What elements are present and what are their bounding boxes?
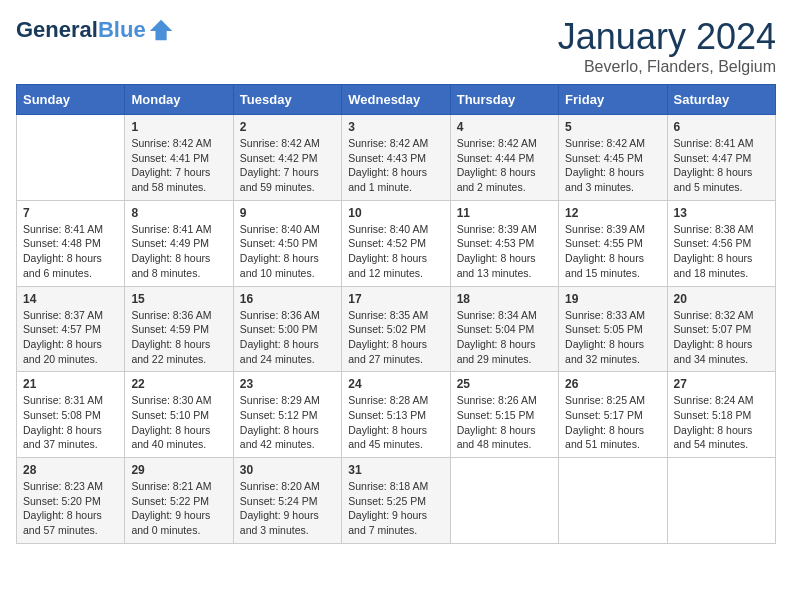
header-cell-thursday: Thursday: [450, 85, 558, 115]
day-cell: 17Sunrise: 8:35 AMSunset: 5:02 PMDayligh…: [342, 286, 450, 372]
day-number: 27: [674, 377, 769, 391]
day-cell: 23Sunrise: 8:29 AMSunset: 5:12 PMDayligh…: [233, 372, 341, 458]
day-info: Sunrise: 8:18 AMSunset: 5:25 PMDaylight:…: [348, 479, 443, 538]
day-cell: 25Sunrise: 8:26 AMSunset: 5:15 PMDayligh…: [450, 372, 558, 458]
day-info: Sunrise: 8:39 AMSunset: 4:53 PMDaylight:…: [457, 222, 552, 281]
day-cell: 3Sunrise: 8:42 AMSunset: 4:43 PMDaylight…: [342, 115, 450, 201]
day-number: 5: [565, 120, 660, 134]
day-number: 23: [240, 377, 335, 391]
day-cell: 12Sunrise: 8:39 AMSunset: 4:55 PMDayligh…: [559, 200, 667, 286]
svg-marker-0: [149, 20, 171, 41]
day-number: 14: [23, 292, 118, 306]
day-cell: 14Sunrise: 8:37 AMSunset: 4:57 PMDayligh…: [17, 286, 125, 372]
day-info: Sunrise: 8:20 AMSunset: 5:24 PMDaylight:…: [240, 479, 335, 538]
day-info: Sunrise: 8:25 AMSunset: 5:17 PMDaylight:…: [565, 393, 660, 452]
day-info: Sunrise: 8:36 AMSunset: 4:59 PMDaylight:…: [131, 308, 226, 367]
day-info: Sunrise: 8:24 AMSunset: 5:18 PMDaylight:…: [674, 393, 769, 452]
header-cell-monday: Monday: [125, 85, 233, 115]
day-info: Sunrise: 8:42 AMSunset: 4:45 PMDaylight:…: [565, 136, 660, 195]
header-cell-tuesday: Tuesday: [233, 85, 341, 115]
month-title: January 2024: [558, 16, 776, 58]
day-number: 6: [674, 120, 769, 134]
day-cell: 29Sunrise: 8:21 AMSunset: 5:22 PMDayligh…: [125, 458, 233, 544]
day-number: 21: [23, 377, 118, 391]
day-cell: 30Sunrise: 8:20 AMSunset: 5:24 PMDayligh…: [233, 458, 341, 544]
day-info: Sunrise: 8:42 AMSunset: 4:44 PMDaylight:…: [457, 136, 552, 195]
day-number: 11: [457, 206, 552, 220]
day-number: 29: [131, 463, 226, 477]
day-info: Sunrise: 8:42 AMSunset: 4:41 PMDaylight:…: [131, 136, 226, 195]
day-cell: 6Sunrise: 8:41 AMSunset: 4:47 PMDaylight…: [667, 115, 775, 201]
day-info: Sunrise: 8:42 AMSunset: 4:42 PMDaylight:…: [240, 136, 335, 195]
day-cell: [450, 458, 558, 544]
day-cell: 28Sunrise: 8:23 AMSunset: 5:20 PMDayligh…: [17, 458, 125, 544]
logo-text: GeneralBlue: [16, 18, 146, 42]
calendar-table: SundayMondayTuesdayWednesdayThursdayFrid…: [16, 84, 776, 544]
day-cell: 13Sunrise: 8:38 AMSunset: 4:56 PMDayligh…: [667, 200, 775, 286]
day-number: 24: [348, 377, 443, 391]
day-info: Sunrise: 8:40 AMSunset: 4:52 PMDaylight:…: [348, 222, 443, 281]
day-info: Sunrise: 8:26 AMSunset: 5:15 PMDaylight:…: [457, 393, 552, 452]
location: Beverlo, Flanders, Belgium: [558, 58, 776, 76]
day-info: Sunrise: 8:23 AMSunset: 5:20 PMDaylight:…: [23, 479, 118, 538]
day-number: 20: [674, 292, 769, 306]
header-cell-wednesday: Wednesday: [342, 85, 450, 115]
day-cell: 1Sunrise: 8:42 AMSunset: 4:41 PMDaylight…: [125, 115, 233, 201]
day-number: 1: [131, 120, 226, 134]
day-cell: 21Sunrise: 8:31 AMSunset: 5:08 PMDayligh…: [17, 372, 125, 458]
day-cell: 11Sunrise: 8:39 AMSunset: 4:53 PMDayligh…: [450, 200, 558, 286]
day-info: Sunrise: 8:41 AMSunset: 4:48 PMDaylight:…: [23, 222, 118, 281]
day-cell: 26Sunrise: 8:25 AMSunset: 5:17 PMDayligh…: [559, 372, 667, 458]
logo: GeneralBlue: [16, 16, 176, 44]
day-info: Sunrise: 8:39 AMSunset: 4:55 PMDaylight:…: [565, 222, 660, 281]
day-number: 30: [240, 463, 335, 477]
day-info: Sunrise: 8:35 AMSunset: 5:02 PMDaylight:…: [348, 308, 443, 367]
day-cell: [17, 115, 125, 201]
day-info: Sunrise: 8:34 AMSunset: 5:04 PMDaylight:…: [457, 308, 552, 367]
day-number: 7: [23, 206, 118, 220]
day-cell: 19Sunrise: 8:33 AMSunset: 5:05 PMDayligh…: [559, 286, 667, 372]
day-number: 22: [131, 377, 226, 391]
day-number: 16: [240, 292, 335, 306]
day-info: Sunrise: 8:21 AMSunset: 5:22 PMDaylight:…: [131, 479, 226, 538]
day-info: Sunrise: 8:31 AMSunset: 5:08 PMDaylight:…: [23, 393, 118, 452]
day-info: Sunrise: 8:29 AMSunset: 5:12 PMDaylight:…: [240, 393, 335, 452]
day-info: Sunrise: 8:36 AMSunset: 5:00 PMDaylight:…: [240, 308, 335, 367]
day-number: 26: [565, 377, 660, 391]
header-row: SundayMondayTuesdayWednesdayThursdayFrid…: [17, 85, 776, 115]
day-number: 25: [457, 377, 552, 391]
day-cell: 5Sunrise: 8:42 AMSunset: 4:45 PMDaylight…: [559, 115, 667, 201]
day-number: 13: [674, 206, 769, 220]
day-cell: 7Sunrise: 8:41 AMSunset: 4:48 PMDaylight…: [17, 200, 125, 286]
week-row-1: 1Sunrise: 8:42 AMSunset: 4:41 PMDaylight…: [17, 115, 776, 201]
week-row-4: 21Sunrise: 8:31 AMSunset: 5:08 PMDayligh…: [17, 372, 776, 458]
day-number: 15: [131, 292, 226, 306]
day-info: Sunrise: 8:32 AMSunset: 5:07 PMDaylight:…: [674, 308, 769, 367]
logo-icon: [148, 16, 176, 44]
day-cell: 18Sunrise: 8:34 AMSunset: 5:04 PMDayligh…: [450, 286, 558, 372]
day-info: Sunrise: 8:42 AMSunset: 4:43 PMDaylight:…: [348, 136, 443, 195]
day-cell: 10Sunrise: 8:40 AMSunset: 4:52 PMDayligh…: [342, 200, 450, 286]
day-cell: 22Sunrise: 8:30 AMSunset: 5:10 PMDayligh…: [125, 372, 233, 458]
day-info: Sunrise: 8:30 AMSunset: 5:10 PMDaylight:…: [131, 393, 226, 452]
day-number: 12: [565, 206, 660, 220]
day-cell: [667, 458, 775, 544]
day-cell: 15Sunrise: 8:36 AMSunset: 4:59 PMDayligh…: [125, 286, 233, 372]
day-cell: 27Sunrise: 8:24 AMSunset: 5:18 PMDayligh…: [667, 372, 775, 458]
day-cell: 16Sunrise: 8:36 AMSunset: 5:00 PMDayligh…: [233, 286, 341, 372]
day-number: 31: [348, 463, 443, 477]
day-cell: 31Sunrise: 8:18 AMSunset: 5:25 PMDayligh…: [342, 458, 450, 544]
day-number: 2: [240, 120, 335, 134]
day-number: 19: [565, 292, 660, 306]
day-number: 10: [348, 206, 443, 220]
day-cell: 2Sunrise: 8:42 AMSunset: 4:42 PMDaylight…: [233, 115, 341, 201]
day-cell: 24Sunrise: 8:28 AMSunset: 5:13 PMDayligh…: [342, 372, 450, 458]
day-info: Sunrise: 8:33 AMSunset: 5:05 PMDaylight:…: [565, 308, 660, 367]
day-number: 28: [23, 463, 118, 477]
page-header: GeneralBlue January 2024 Beverlo, Flande…: [16, 16, 776, 76]
header-cell-sunday: Sunday: [17, 85, 125, 115]
header-cell-saturday: Saturday: [667, 85, 775, 115]
day-number: 18: [457, 292, 552, 306]
day-cell: 8Sunrise: 8:41 AMSunset: 4:49 PMDaylight…: [125, 200, 233, 286]
day-number: 4: [457, 120, 552, 134]
